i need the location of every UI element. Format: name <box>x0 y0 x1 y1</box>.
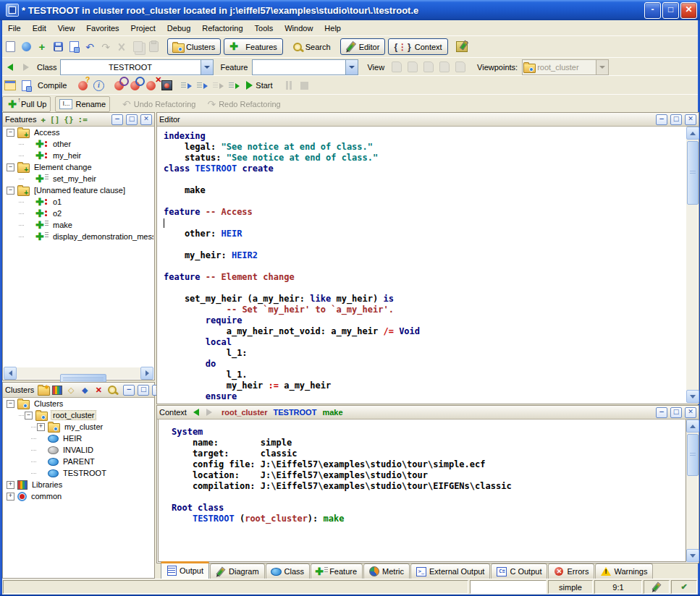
collapse-icon[interactable]: − <box>25 412 33 420</box>
freeze-icon[interactable] <box>111 78 127 93</box>
redo-refactoring-button[interactable]: ↷ Redo Refactoring <box>203 97 284 111</box>
rename-button[interactable]: I... Rename <box>55 96 110 112</box>
context-minimize-icon[interactable]: − <box>656 407 667 418</box>
menu-edit[interactable]: Edit <box>27 22 52 35</box>
editor-vscroll-thumb[interactable] <box>687 141 699 205</box>
expand-icon[interactable]: + <box>7 481 14 489</box>
new-cluster-icon[interactable] <box>38 386 49 395</box>
add-library-icon[interactable] <box>52 386 62 395</box>
menu-project[interactable]: Project <box>125 22 161 35</box>
tree-item-root-cluster[interactable]: −root_cluster <box>4 409 153 421</box>
tab-errors[interactable]: ✕Errors <box>548 563 594 579</box>
tree-item-clusters[interactable]: −Clusters <box>4 398 153 409</box>
tree-item-parent[interactable]: PARENT <box>4 456 153 467</box>
menu-view[interactable]: View <box>52 22 81 35</box>
minimize-button[interactable]: - <box>644 2 661 19</box>
step-out-icon[interactable] <box>211 78 227 93</box>
tab-output[interactable]: Output <box>161 561 209 579</box>
menu-help[interactable]: Help <box>319 22 347 35</box>
menu-refactoring[interactable]: Refactoring <box>196 22 248 35</box>
features-maximize-icon[interactable]: □ <box>126 114 138 125</box>
tree-item-other[interactable]: ✚other <box>4 138 153 150</box>
menu-file[interactable]: File <box>2 22 27 35</box>
collapse-icon[interactable]: − <box>7 187 14 195</box>
tree-item-access[interactable]: −Access <box>4 127 153 138</box>
start-button[interactable]: Start <box>243 78 276 93</box>
editor-scroll-up-icon[interactable] <box>686 127 699 140</box>
context-output-area[interactable]: System name: simple target: classic conf… <box>158 420 686 562</box>
remove-item-icon[interactable]: ◇ <box>66 386 76 395</box>
stop-icon[interactable] <box>297 78 313 93</box>
brackets-icon[interactable]: [] <box>50 115 59 124</box>
menu-tools[interactable]: Tools <box>249 22 279 35</box>
edit-project-icon[interactable] <box>18 78 34 93</box>
editor-maximize-icon[interactable]: □ <box>670 114 682 125</box>
add-feature-icon[interactable]: ✚ <box>41 115 46 124</box>
menu-debug[interactable]: Debug <box>161 22 196 35</box>
redo-icon[interactable]: ↷ <box>98 40 114 54</box>
edit-mode-icon[interactable] <box>644 580 670 594</box>
paste-icon[interactable] <box>146 40 161 54</box>
open-console-icon[interactable] <box>159 78 174 93</box>
tree-item-make[interactable]: ✚make <box>4 219 153 231</box>
view-interface-icon[interactable] <box>452 60 468 74</box>
context-maximize-icon[interactable]: □ <box>670 407 682 418</box>
new-window-icon[interactable] <box>2 40 18 54</box>
melt-icon[interactable]: ? <box>75 78 90 93</box>
find-class-icon[interactable] <box>107 386 117 395</box>
project-settings-icon[interactable] <box>2 78 18 93</box>
feature-combobox[interactable] <box>252 59 358 75</box>
tab-warnings[interactable]: Warnings <box>595 563 653 579</box>
new-item-icon[interactable]: + <box>34 40 50 54</box>
tab-class[interactable]: Class <box>266 563 311 579</box>
editor-scroll-down-icon[interactable] <box>686 390 699 403</box>
undo-refactoring-button[interactable]: ↶ Undo Refactoring <box>119 97 199 111</box>
step-over-icon[interactable] <box>195 78 211 93</box>
braces-icon[interactable]: {} <box>64 115 73 124</box>
breadcrumb-TESTROOT[interactable]: TESTROOT <box>274 408 317 417</box>
context-back-icon[interactable] <box>191 408 201 417</box>
search-button[interactable]: Search <box>289 40 334 54</box>
tab-external-output[interactable]: >_External Output <box>410 563 490 579</box>
tree-item-libraries[interactable]: +Libraries <box>4 479 153 490</box>
step-into-icon[interactable] <box>179 78 195 93</box>
tab-feature[interactable]: ✚Feature <box>311 563 363 579</box>
compile-info-icon[interactable]: i <box>90 78 106 93</box>
history-forward-icon[interactable] <box>18 60 34 74</box>
expand-icon[interactable]: + <box>37 423 45 431</box>
cut-icon[interactable] <box>114 40 130 54</box>
maximize-button[interactable]: □ <box>662 2 679 19</box>
context-scroll-down-icon[interactable] <box>686 549 699 562</box>
tab-c-output[interactable]: C≡C Output <box>491 563 547 579</box>
tree-item-o1[interactable]: ✚o1 <box>4 196 153 208</box>
context-vscroll-thumb[interactable] <box>687 434 699 476</box>
add-item-icon[interactable]: ◆ <box>80 386 90 395</box>
tab-metric[interactable]: Metric <box>363 563 410 579</box>
clusters-maximize-icon[interactable]: □ <box>138 385 149 396</box>
view-basic-icon[interactable] <box>389 60 405 74</box>
tree-item-display-demonstration-messa[interactable]: ✚display_demonstration_messa <box>4 231 153 242</box>
scroll-right-icon[interactable] <box>140 367 153 380</box>
pause-icon[interactable] <box>281 78 297 93</box>
tree-item-my-cluster[interactable]: +my_cluster <box>4 421 153 433</box>
context-button[interactable]: {⋮} Context <box>388 38 447 55</box>
title-bar[interactable]: * TESTROOT in cluster root_cluster locat… <box>0 0 700 20</box>
feature-combo-dropdown[interactable] <box>345 60 358 74</box>
features-hscrollbar[interactable] <box>4 367 153 379</box>
pull-up-button[interactable]: ✚ Pull Up <box>2 96 51 112</box>
context-vscrollbar[interactable] <box>686 420 698 562</box>
view-contract-icon[interactable] <box>437 60 452 74</box>
tree-item--unnamed-feature-clause-[interactable]: −[Unnamed feature clause] <box>4 184 153 196</box>
features-minimize-icon[interactable]: − <box>111 114 123 125</box>
collapse-icon[interactable]: − <box>7 400 14 408</box>
open-file-icon[interactable] <box>18 40 34 54</box>
save-all-icon[interactable] <box>66 40 82 54</box>
class-combobox[interactable]: TESTROOT <box>60 59 214 75</box>
scroll-left-icon[interactable] <box>4 367 17 380</box>
view-clickable-icon[interactable] <box>405 60 421 74</box>
collapse-icon[interactable]: − <box>7 163 14 171</box>
breadcrumb-root_cluster[interactable]: root_cluster <box>222 408 268 417</box>
cancel-compile-icon[interactable]: ✕ <box>143 78 159 93</box>
editor-close-icon[interactable]: ✕ <box>685 114 696 125</box>
class-combo-dropdown[interactable] <box>201 60 213 74</box>
